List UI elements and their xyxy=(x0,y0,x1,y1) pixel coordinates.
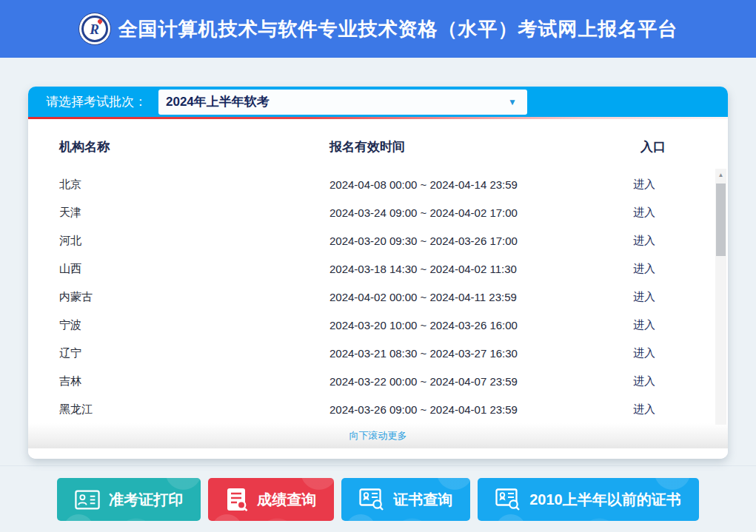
enter-link[interactable]: 进入 xyxy=(633,206,655,220)
button-label: 成绩查询 xyxy=(257,490,316,510)
main-panel: 请选择考试批次： 2024年上半年软考 ▼ 机构名称 报名有效时间 入口 北京 … xyxy=(28,87,728,459)
footer-actions: 准考证打印 成绩查询 证书查询 xyxy=(0,478,756,521)
button-label: 2010上半年以前的证书 xyxy=(529,490,681,510)
vertical-scrollbar[interactable]: ▲ xyxy=(715,169,726,425)
certificate-search-icon xyxy=(495,488,521,511)
scrollbar-thumb[interactable] xyxy=(716,183,726,256)
valid-time: 2024-03-21 08:30 ~ 2024-03-27 16:30 xyxy=(330,347,633,360)
chevron-down-icon: ▼ xyxy=(508,98,517,107)
org-name: 吉林 xyxy=(59,374,330,388)
pre-2010-certificate-button[interactable]: 2010上半年以前的证书 xyxy=(478,478,699,521)
enter-link[interactable]: 进入 xyxy=(633,178,655,192)
enter-link[interactable]: 进入 xyxy=(633,290,655,304)
table-row: 山西 2024-03-18 14:30 ~ 2024-04-02 11:30 进… xyxy=(59,255,728,283)
enter-link[interactable]: 进入 xyxy=(633,318,655,332)
logo-letter: R xyxy=(90,22,99,36)
table-row: 北京 2024-04-08 00:00 ~ 2024-04-14 23:59 进… xyxy=(59,170,728,198)
table-row: 内蒙古 2024-04-02 00:00 ~ 2024-04-11 23:59 … xyxy=(59,283,728,311)
org-name: 黑龙江 xyxy=(59,403,330,417)
table-header-row: 机构名称 报名有效时间 入口 xyxy=(28,119,728,155)
valid-time: 2024-03-22 00:00 ~ 2024-04-07 23:59 xyxy=(330,375,633,388)
batch-selector-label: 请选择考试批次： xyxy=(46,93,147,110)
batch-selector-bar: 请选择考试批次： 2024年上半年软考 ▼ xyxy=(28,87,728,117)
enter-link[interactable]: 进入 xyxy=(633,346,655,360)
org-name: 天津 xyxy=(59,206,330,220)
table-body: 北京 2024-04-08 00:00 ~ 2024-04-14 23:59 进… xyxy=(28,170,728,423)
button-label: 证书查询 xyxy=(393,490,452,510)
logo-ring: R xyxy=(81,16,108,42)
column-header-entry: 入口 xyxy=(633,138,728,155)
org-name: 山西 xyxy=(59,262,330,276)
org-name: 河北 xyxy=(59,234,330,248)
valid-time: 2024-03-20 09:30 ~ 2024-03-26 17:00 xyxy=(330,235,633,247)
valid-time: 2024-04-02 00:00 ~ 2024-04-11 23:59 xyxy=(330,291,633,303)
batch-select-value: 2024年上半年软考 xyxy=(166,93,508,110)
scroll-up-arrow-icon[interactable]: ▲ xyxy=(715,169,726,181)
valid-time: 2024-03-20 10:00 ~ 2024-03-26 16:00 xyxy=(330,319,633,331)
valid-time: 2024-03-18 14:30 ~ 2024-04-02 11:30 xyxy=(330,263,633,275)
enter-link[interactable]: 进入 xyxy=(633,262,655,276)
table-row: 宁波 2024-03-20 10:00 ~ 2024-03-26 16:00 进… xyxy=(59,311,728,339)
scroll-more-hint: 向下滚动更多 xyxy=(28,423,728,448)
valid-time: 2024-03-26 09:00 ~ 2024-04-01 23:59 xyxy=(330,403,633,416)
site-header: R 全国计算机技术与软件专业技术资格（水平）考试网上报名平台 xyxy=(0,0,756,58)
org-name: 内蒙古 xyxy=(59,290,330,304)
enter-link[interactable]: 进入 xyxy=(633,374,655,388)
certificate-query-button[interactable]: 证书查询 xyxy=(341,478,470,521)
table-row: 黑龙江 2024-03-26 09:00 ~ 2024-04-01 23:59 … xyxy=(59,395,728,423)
admission-ticket-print-button[interactable]: 准考证打印 xyxy=(57,478,201,521)
org-name: 宁波 xyxy=(59,318,330,332)
column-header-org: 机构名称 xyxy=(59,138,330,155)
score-search-icon xyxy=(226,488,248,511)
org-name: 辽宁 xyxy=(59,346,330,360)
org-name: 北京 xyxy=(59,178,330,192)
table-row: 辽宁 2024-03-21 08:30 ~ 2024-03-27 16:30 进… xyxy=(59,339,728,367)
batch-select-dropdown[interactable]: 2024年上半年软考 ▼ xyxy=(158,90,527,115)
valid-time: 2024-03-24 09:00 ~ 2024-04-02 17:00 xyxy=(330,206,633,219)
table-row: 天津 2024-03-24 09:00 ~ 2024-04-02 17:00 进… xyxy=(59,198,728,226)
admission-card-icon xyxy=(75,490,100,510)
table-row: 河北 2024-03-20 09:30 ~ 2024-03-26 17:00 进… xyxy=(59,226,728,255)
page-title: 全国计算机技术与软件专业技术资格（水平）考试网上报名平台 xyxy=(118,16,678,42)
table-row: 吉林 2024-03-22 00:00 ~ 2024-04-07 23:59 进… xyxy=(59,367,728,395)
enter-link[interactable]: 进入 xyxy=(633,234,655,248)
score-query-button[interactable]: 成绩查询 xyxy=(208,478,334,521)
page-divider xyxy=(0,465,756,466)
column-header-time: 报名有效时间 xyxy=(330,138,633,155)
certificate-search-icon xyxy=(359,488,384,511)
enter-link[interactable]: 进入 xyxy=(633,403,655,417)
site-logo-icon: R xyxy=(78,13,111,45)
panel-bottom xyxy=(28,448,728,459)
button-label: 准考证打印 xyxy=(109,490,183,510)
valid-time: 2024-04-08 00:00 ~ 2024-04-14 23:59 xyxy=(330,178,633,191)
